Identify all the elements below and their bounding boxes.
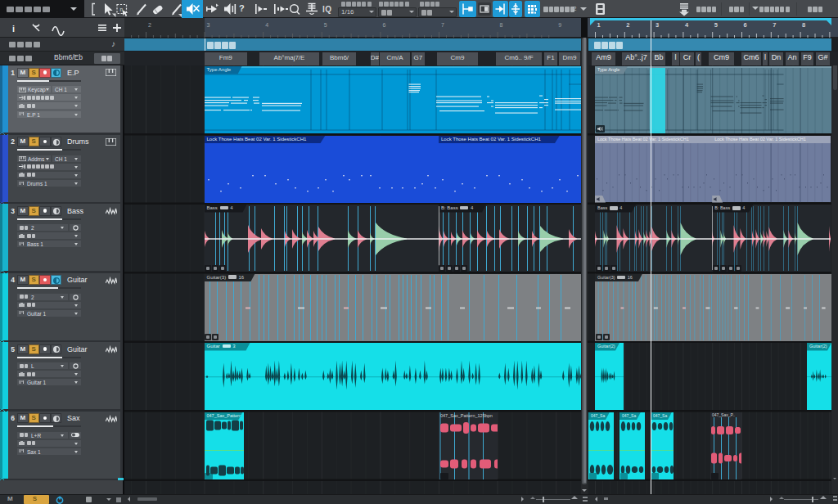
svg-text:i: i bbox=[12, 24, 15, 34]
svg-text:n: n bbox=[120, 7, 124, 12]
